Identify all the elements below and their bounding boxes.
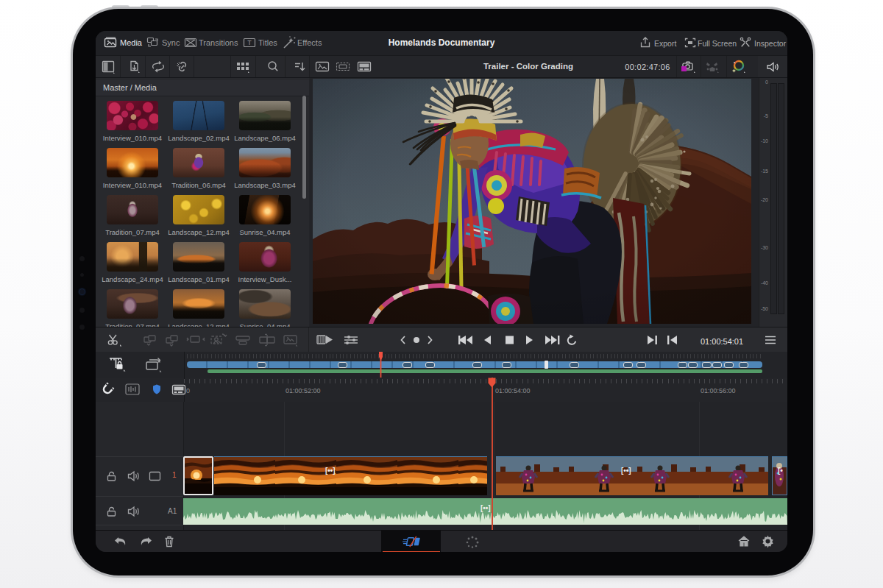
svg-text:T: T bbox=[247, 39, 252, 46]
